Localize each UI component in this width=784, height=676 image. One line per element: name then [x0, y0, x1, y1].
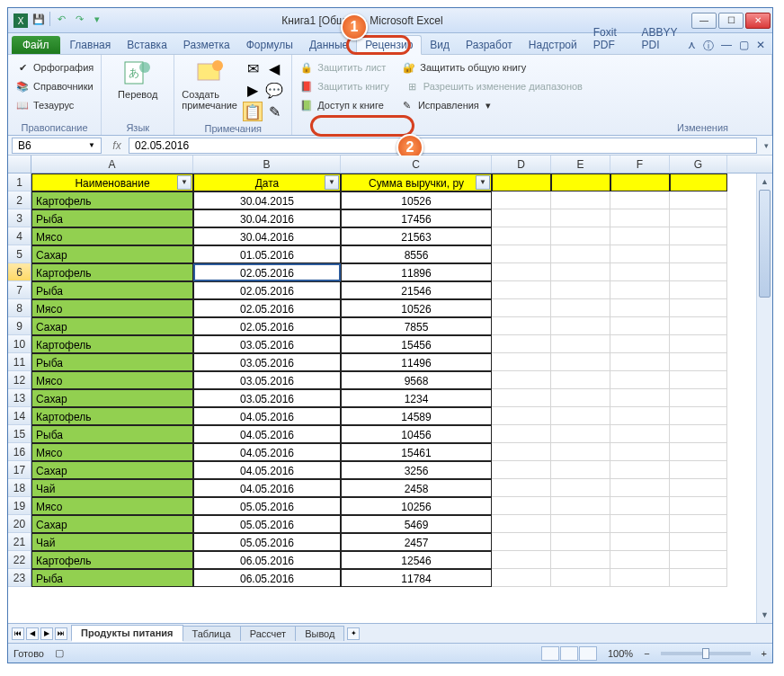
empty-cell[interactable]	[610, 497, 670, 515]
empty-cell[interactable]	[551, 461, 610, 479]
empty-cell[interactable]	[610, 299, 670, 317]
row-header[interactable]: 10	[8, 335, 31, 353]
cell-revenue[interactable]: 21563	[341, 227, 492, 245]
cell-date[interactable]: 02.05.2016	[193, 317, 341, 335]
tab-foxit[interactable]: Foxit PDF	[585, 23, 634, 54]
cell-name[interactable]: Чай	[31, 479, 193, 497]
empty-cell[interactable]	[610, 389, 670, 407]
zoom-level[interactable]: 100%	[608, 648, 633, 659]
select-all-corner[interactable]	[8, 156, 31, 173]
empty-cell[interactable]	[670, 461, 727, 479]
empty-cell[interactable]	[670, 263, 727, 281]
filter-dropdown-icon[interactable]: ▼	[177, 175, 192, 190]
cell-name[interactable]: Рыба	[31, 569, 193, 587]
empty-cell[interactable]	[551, 515, 610, 533]
empty-cell[interactable]	[551, 497, 610, 515]
empty-cell[interactable]	[670, 497, 727, 515]
zoom-out-icon[interactable]: −	[644, 648, 649, 659]
cell-date[interactable]: 05.05.2016	[193, 533, 341, 551]
empty-cell[interactable]	[492, 407, 551, 425]
empty-cell[interactable]	[670, 317, 727, 335]
row-header[interactable]: 21	[8, 533, 31, 551]
empty-cell[interactable]	[492, 263, 551, 281]
empty-cell[interactable]	[492, 533, 551, 551]
cell-name[interactable]: Мясо	[31, 371, 193, 389]
empty-cell[interactable]	[492, 497, 551, 515]
protect-shared-button[interactable]: 🔐Защитить общую книгу	[402, 58, 526, 76]
cell-revenue[interactable]: 3256	[341, 461, 492, 479]
cell-revenue[interactable]: 10456	[341, 425, 492, 443]
cell-revenue[interactable]: 14589	[341, 407, 492, 425]
empty-cell[interactable]	[670, 227, 727, 245]
cell-revenue[interactable]: 10526	[341, 191, 492, 209]
cell-date[interactable]: 04.05.2016	[193, 443, 341, 461]
research-button[interactable]: 📚Справочники	[15, 77, 94, 95]
col-header-E[interactable]: E	[551, 156, 610, 173]
cell-date[interactable]: 05.05.2016	[193, 515, 341, 533]
row-header[interactable]: 5	[8, 245, 31, 263]
row-header[interactable]: 2	[8, 191, 31, 209]
cell-name[interactable]: Мясо	[31, 299, 193, 317]
empty-cell[interactable]	[551, 173, 610, 191]
cell-date[interactable]: 30.04.2016	[193, 209, 341, 227]
empty-cell[interactable]	[670, 443, 727, 461]
view-normal-icon[interactable]	[541, 646, 559, 661]
empty-cell[interactable]	[492, 515, 551, 533]
empty-cell[interactable]	[670, 551, 727, 569]
empty-cell[interactable]	[492, 209, 551, 227]
empty-cell[interactable]	[670, 533, 727, 551]
cell-revenue[interactable]: 11496	[341, 353, 492, 371]
cell-revenue[interactable]: 2458	[341, 479, 492, 497]
name-box[interactable]: B6 ▼	[12, 138, 102, 154]
view-pagebreak-icon[interactable]	[579, 646, 597, 661]
cell-name[interactable]: Картофель	[31, 407, 193, 425]
cell-revenue[interactable]: 11784	[341, 569, 492, 587]
cell-name[interactable]: Картофель	[31, 191, 193, 209]
empty-cell[interactable]	[492, 551, 551, 569]
empty-cell[interactable]	[551, 335, 610, 353]
show-all-comments-icon[interactable]: 📋	[243, 102, 263, 121]
empty-cell[interactable]	[610, 335, 670, 353]
empty-cell[interactable]	[610, 281, 670, 299]
empty-cell[interactable]	[670, 335, 727, 353]
empty-cell[interactable]	[610, 515, 670, 533]
empty-cell[interactable]	[551, 317, 610, 335]
empty-cell[interactable]	[492, 353, 551, 371]
empty-cell[interactable]	[670, 299, 727, 317]
empty-cell[interactable]	[492, 569, 551, 587]
empty-cell[interactable]	[670, 389, 727, 407]
cell-date[interactable]: 03.05.2016	[193, 335, 341, 353]
cell-name[interactable]: Сахар	[31, 317, 193, 335]
zoom-thumb[interactable]	[702, 648, 709, 659]
spelling-button[interactable]: ✔Орфография	[15, 58, 94, 76]
empty-cell[interactable]	[670, 479, 727, 497]
translate-button[interactable]: あ Перевод	[109, 58, 166, 100]
cell-date[interactable]: 30.04.2016	[193, 227, 341, 245]
show-ink-icon[interactable]: ✎	[264, 102, 284, 121]
cell-date[interactable]: 01.05.2016	[193, 245, 341, 263]
close-button[interactable]: ✕	[745, 13, 771, 29]
empty-cell[interactable]	[551, 263, 610, 281]
cell-revenue[interactable]: 7855	[341, 317, 492, 335]
tab-insert[interactable]: Вставка	[119, 36, 175, 54]
col-header-C[interactable]: C	[341, 156, 492, 173]
cell-name[interactable]: Картофель	[31, 335, 193, 353]
empty-cell[interactable]	[610, 173, 670, 191]
empty-cell[interactable]	[670, 407, 727, 425]
empty-cell[interactable]	[670, 191, 727, 209]
empty-cell[interactable]	[551, 533, 610, 551]
empty-cell[interactable]	[551, 551, 610, 569]
tab-home[interactable]: Главная	[62, 36, 120, 54]
protect-sheet-button[interactable]: 🔒Защитить лист	[299, 58, 386, 76]
empty-cell[interactable]	[610, 551, 670, 569]
cell-date[interactable]: 03.05.2016	[193, 389, 341, 407]
empty-cell[interactable]	[610, 353, 670, 371]
empty-cell[interactable]	[492, 317, 551, 335]
sheet-tab-2[interactable]: Таблица	[183, 626, 241, 641]
empty-cell[interactable]	[492, 425, 551, 443]
empty-cell[interactable]	[551, 353, 610, 371]
zoom-slider[interactable]	[661, 652, 751, 655]
cell-revenue[interactable]: 15461	[341, 443, 492, 461]
cell-revenue[interactable]: 11896	[341, 263, 492, 281]
empty-cell[interactable]	[551, 209, 610, 227]
